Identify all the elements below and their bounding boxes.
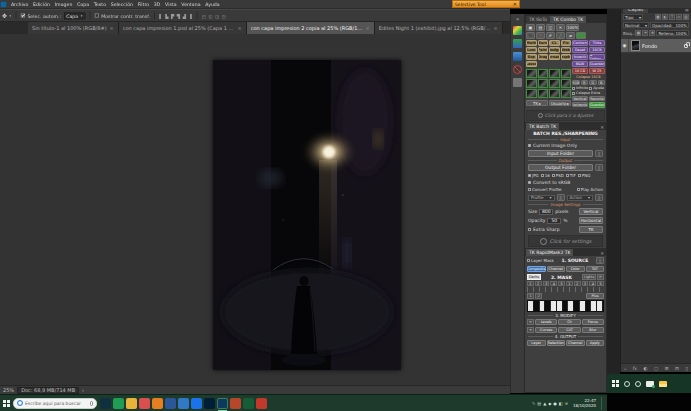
menu-item[interactable]: Archivo [9, 0, 31, 7]
opacity-input[interactable]: 50 [547, 218, 561, 224]
zone-slider[interactable] [527, 287, 604, 292]
tray-icon[interactable]: ● [553, 401, 557, 406]
app-blue-1-icon[interactable] [165, 398, 176, 409]
duplicate-icon[interactable]: ◫ [546, 24, 555, 31]
vertical-button[interactable]: Vertical [579, 208, 603, 215]
opera-icon[interactable] [256, 398, 267, 409]
batch-settings-prompt[interactable]: Click for settings [528, 235, 603, 247]
filter-type-icon[interactable]: ◐ [662, 14, 668, 20]
zone-button[interactable]: 4 [550, 281, 557, 286]
menu-item[interactable]: Texto [91, 0, 108, 7]
photoshop-icon[interactable] [204, 398, 215, 409]
current-image-only-checkbox[interactable] [528, 144, 531, 147]
close-icon[interactable]: × [238, 25, 242, 31]
zone-button[interactable]: 1 [566, 281, 573, 286]
mask-thumbnail[interactable] [526, 89, 537, 98]
tk-action-button[interactable]: Tornado [549, 54, 560, 60]
layer-row-background[interactable]: ◉ Fondo [621, 39, 691, 52]
tray-icon[interactable]: ▲ [543, 401, 546, 406]
mode-3d-icon[interactable]: ◱ [209, 13, 214, 18]
tray-icon[interactable]: ≋ [565, 401, 568, 406]
align-icon[interactable]: ▌ [159, 13, 163, 18]
rgb-button[interactable]: B [598, 80, 606, 85]
source-button[interactable]: Channel [547, 266, 566, 272]
show-desktop-button[interactable] [601, 397, 604, 410]
mode-3d-icon[interactable]: ◰ [202, 13, 207, 18]
mode-3d-icon[interactable]: ◳ [222, 13, 227, 18]
source-button[interactable]: Color [566, 266, 585, 272]
auto-select-checkbox[interactable] [21, 13, 25, 17]
menu-item[interactable]: Edición [31, 0, 53, 7]
zone-button[interactable]: 3 [582, 281, 589, 286]
tk-button[interactable]: TK [579, 226, 603, 233]
explorer-icon[interactable] [126, 398, 137, 409]
tk-combo-prompt[interactable]: Click para ir a Ajustes [526, 110, 605, 121]
edge-icon[interactable] [191, 398, 202, 409]
opacity-control[interactable]: Opacidad:100% [650, 22, 689, 28]
office-orange-icon[interactable] [230, 398, 241, 409]
source-button[interactable]: Composite [527, 266, 546, 272]
output-folder-button[interactable]: Output Folder [528, 164, 593, 171]
tk-purple-button[interactable]: Tinte [589, 40, 605, 46]
tray-icon[interactable]: ◆ [548, 401, 551, 406]
zone-button[interactable]: 1 [527, 281, 534, 286]
canvas-image[interactable] [213, 60, 401, 370]
no-color-icon[interactable] [513, 65, 522, 74]
tk-action-button[interactable]: Lum [526, 47, 537, 53]
mask-thumbnail[interactable] [526, 69, 537, 78]
close-x-icon[interactable]: ✕ [556, 24, 565, 31]
mask-step-2[interactable]: 2 [535, 293, 542, 299]
tray-icon[interactable]: ◧ [559, 401, 563, 406]
menu-item[interactable]: Capa [75, 0, 92, 7]
trash-icon[interactable]: ▯ [595, 164, 603, 171]
mask-thumbnail[interactable] [561, 89, 572, 98]
document-tab[interactable]: con capa impresion 1.psd al 25% (Capa 1 … [119, 22, 247, 34]
menu-item[interactable]: Selección [108, 0, 135, 7]
tray-icon[interactable]: ✎ [532, 401, 535, 406]
menu-icon[interactable]: ≡ [527, 319, 534, 325]
source-button[interactable]: TAT [586, 266, 605, 272]
move-tool-icon[interactable]: ✥ [2, 12, 7, 19]
trash-icon[interactable]: ▯ [557, 194, 565, 201]
pencil-icon[interactable]: ✎ [526, 32, 535, 39]
refresh-icon[interactable]: ⟳ [597, 274, 604, 280]
eraser-icon[interactable]: ▰ [566, 32, 575, 39]
cortana-icon[interactable] [100, 398, 111, 409]
tk-action-button[interactable]: Drag [538, 54, 549, 60]
tk-purple-button[interactable]: Guardar [589, 61, 605, 67]
format-option[interactable]: PSD [552, 173, 564, 178]
align-icon[interactable]: ▜ [177, 13, 181, 18]
tk-action-button[interactable]: Web [561, 47, 572, 53]
file-explorer-icon[interactable] [659, 381, 667, 387]
mask-thumbnail[interactable] [561, 69, 572, 78]
colapso-extra-checkbox[interactable] [572, 92, 575, 95]
align-icon[interactable]: ▐ [189, 13, 193, 18]
layers-toolbar-icon[interactable]: ⊞ [665, 366, 669, 371]
tk-purple-button[interactable]: Invertir [572, 54, 588, 60]
layer-mask-checkbox[interactable] [527, 259, 530, 262]
menu-item[interactable]: 3D [152, 0, 163, 7]
close-icon[interactable]: × [494, 25, 498, 31]
camera-app-icon[interactable] [113, 398, 124, 409]
tk-purple-button[interactable]: 4 Debes [589, 54, 605, 60]
brush-icon[interactable]: ✎ [536, 32, 545, 39]
document-tab[interactable]: Sin título-1 al 100% (RGB/8#) × [28, 22, 119, 34]
layer-thumbnail[interactable] [631, 40, 640, 51]
modify-button[interactable]: CAT [558, 327, 580, 333]
close-icon[interactable]: ✕ [513, 1, 517, 7]
start-button[interactable] [612, 380, 619, 387]
notification-bar[interactable]: Selective Tool ✕ [452, 0, 520, 8]
modify-button[interactable]: Focus [582, 319, 604, 325]
modify-button[interactable]: Levels [535, 319, 557, 325]
tk-batch-tab[interactable]: TK Batch TK [526, 123, 559, 130]
filter-type-icon[interactable]: ▨ [683, 14, 689, 20]
document-icon[interactable]: ▤ [536, 24, 545, 31]
tk-action-button[interactable]: Lasso [526, 61, 537, 67]
properties-icon[interactable] [513, 78, 522, 87]
line-tool-icon[interactable]: ╱ [556, 32, 565, 39]
menu-item[interactable]: Ventana [179, 0, 203, 7]
align-icon[interactable]: ▟ [183, 13, 187, 18]
zoom-level[interactable]: 25% [3, 387, 14, 393]
trash-icon[interactable]: ▯ [595, 150, 603, 157]
extra-sharp-checkbox[interactable] [528, 228, 531, 231]
